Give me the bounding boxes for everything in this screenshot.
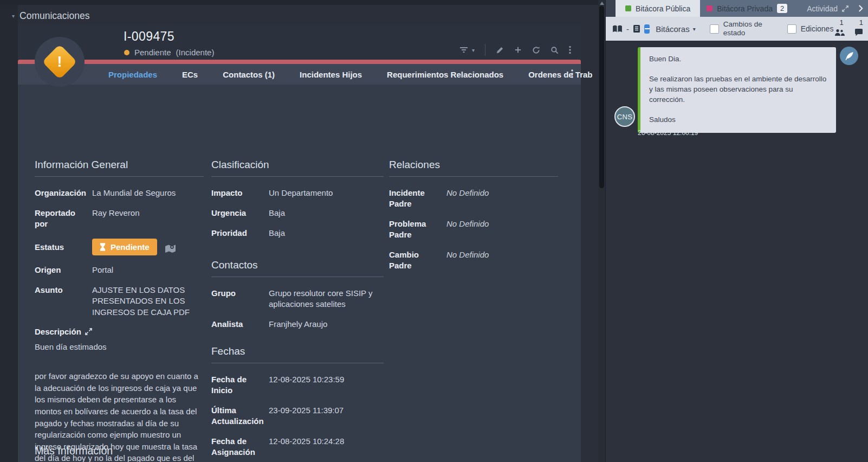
field-organizacion: Organización La Mundial de Seguros	[35, 188, 204, 198]
collapse-all-icon[interactable]	[644, 24, 650, 34]
field-descripcion-label: Descripción	[35, 327, 204, 336]
participants-counter: 1	[834, 20, 842, 37]
bitacoras-dropdown[interactable]: Bitácoras	[656, 24, 690, 34]
field-problema-padre: Problema Padre No Definido	[389, 219, 558, 240]
incident-status-line: Pendiente (Incidente)	[124, 48, 214, 57]
expand-diagonal-icon[interactable]	[842, 5, 848, 12]
ediciones-filter: Ediciones	[787, 24, 834, 34]
comments-counter: 1	[854, 20, 862, 37]
filter-icon[interactable]	[459, 46, 468, 54]
field-asunto: Asunto AJUSTE EN LOS DATOS PRESENTADOS E…	[35, 285, 204, 317]
incident-type: (Incidente)	[176, 48, 215, 57]
public-log-dot-icon	[625, 5, 631, 11]
field-fecha-inicio: Fecha de Inicio 12-08-2025 10:23:59	[211, 374, 384, 396]
refresh-icon[interactable]	[532, 46, 540, 54]
section-title: Relaciones	[389, 159, 558, 177]
field-prioridad: Prioridad Baja	[211, 228, 384, 239]
avatar: CNS	[614, 106, 635, 127]
tab-bar-lead	[606, 0, 616, 17]
bitacora-toolbar: - Bitácoras ▾ Cambios de estado Edicione…	[606, 17, 868, 41]
expand-icon[interactable]	[85, 328, 92, 335]
more-options-icon[interactable]	[569, 46, 571, 54]
section-title: Clasificación	[211, 159, 384, 177]
edit-icon[interactable]	[496, 46, 504, 54]
add-icon[interactable]	[514, 46, 522, 54]
incident-avatar: !	[35, 37, 85, 87]
panel-next-chevron-icon[interactable]	[858, 0, 868, 17]
tab-bitacora-privada[interactable]: Bitácora Privada 2	[700, 0, 794, 17]
section-relaciones: Relaciones Incidente Padre No Definido P…	[389, 159, 558, 281]
private-log-dot-icon	[707, 5, 712, 11]
incident-detail-panel: ! I-009475 Pendiente (Incidente) ▾	[18, 24, 581, 462]
log-entry-timestamp: 26-08-2025 12:00:19	[638, 129, 698, 137]
filter-caret-icon[interactable]: ▾	[472, 47, 475, 53]
tab-propiedades[interactable]: Propiedades	[108, 70, 157, 79]
organizacion-link[interactable]: La Mundial de Seguros	[92, 188, 176, 198]
tab-overflow-icon[interactable]	[571, 69, 573, 79]
field-origen: Origen Portal	[35, 265, 204, 275]
field-ultima-actualizacion: Última Actualización 23-09-2025 11:39:07	[211, 405, 384, 427]
breadcrumb-label: Comunicaciones	[20, 10, 89, 22]
section-title: Fechas	[211, 345, 384, 363]
tab-actividad[interactable]: Actividad	[797, 0, 858, 17]
section-informacion-general: Información General Organización La Mund…	[35, 159, 204, 462]
field-analista: Analista Franjhely Araujo	[211, 319, 384, 330]
field-reportado-por: Reportado por Ray Reveron	[35, 208, 204, 229]
header-actions: ▾	[459, 44, 571, 56]
search-icon[interactable]	[550, 46, 559, 54]
quill-icon	[845, 52, 854, 61]
section-mas-informacion-title: Más Información	[35, 445, 113, 457]
status-dot-icon	[124, 50, 129, 55]
field-urgencia: Urgencia Baja	[211, 208, 384, 219]
group-icon	[834, 29, 845, 36]
top-edge	[0, 0, 598, 5]
reportado-link[interactable]: Ray Reveron	[92, 208, 140, 229]
workflow-map-icon[interactable]	[165, 244, 176, 254]
status-button[interactable]: Pendiente	[92, 239, 157, 255]
book-open-icon[interactable]	[612, 25, 623, 33]
breadcrumb[interactable]: ▾ Comunicaciones	[12, 10, 89, 22]
log-entry-text: Se realizaron las pruebas en el ambiente…	[649, 74, 827, 105]
field-fecha-asignacion: Fecha de Asignación 12-08-2025 10:24:28	[211, 436, 384, 458]
divider	[485, 44, 485, 56]
incident-tab-bar: Propiedades ECs Contactos (1) Incidentes…	[18, 64, 581, 85]
field-estatus: Estatus Pendiente	[35, 239, 204, 255]
descripcion-paragraph: Buen día estimados	[35, 341, 204, 353]
toolbar-separator: -	[626, 24, 629, 34]
compose-note-button[interactable]	[840, 47, 858, 65]
field-impacto: Impacto Un Departamento	[211, 188, 384, 198]
journal-icon[interactable]	[633, 24, 640, 33]
bitacora-panel: Bitácora Pública Bitácora Privada 2 Acti…	[605, 0, 868, 462]
field-incidente-padre: Incidente Padre No Definido	[389, 188, 558, 209]
tab-contactos[interactable]: Contactos (1)	[223, 70, 275, 79]
log-entry-text: Buen Dia.	[649, 54, 827, 65]
comment-icon	[854, 29, 863, 36]
incident-id: I-009475	[124, 29, 174, 44]
main-scrollbar-thumb[interactable]	[599, 6, 604, 188]
tab-requerimientos[interactable]: Requerimientos Relacionados	[387, 70, 503, 79]
priority-color-bar	[18, 60, 581, 64]
tab-ordenes-de-trabajo[interactable]: Ordenes de Traba	[528, 70, 592, 79]
ediciones-checkbox[interactable]	[787, 24, 796, 34]
tab-ecs[interactable]: ECs	[182, 70, 198, 79]
log-entry-text: Saludos	[649, 115, 827, 125]
log-entry-card[interactable]: Buen Dia. Se realizaron las pruebas en e…	[638, 47, 836, 133]
hourglass-icon	[100, 243, 106, 251]
collapse-caret-icon[interactable]: ▾	[12, 14, 15, 19]
tab-bitacora-publica[interactable]: Bitácora Pública	[616, 0, 700, 17]
section-clasificacion: Clasificación Impacto Un Departamento Ur…	[211, 159, 384, 462]
grupo-link[interactable]: Grupo resolutor core SISIP y aplicacione…	[269, 288, 384, 310]
cambios-estado-checkbox[interactable]	[710, 24, 719, 34]
scroll-up-arrow-icon[interactable]	[600, 2, 604, 5]
field-grupo: Grupo Grupo resolutor core SISIP y aplic…	[211, 288, 384, 310]
properties-body: Información General Organización La Mund…	[18, 85, 581, 462]
app-window: ▾ Comunicaciones ! I-009475 Pendiente (I…	[0, 0, 868, 462]
left-edge	[0, 0, 18, 462]
bitacoras-caret-icon[interactable]: ▾	[693, 26, 696, 32]
section-title: Información General	[35, 159, 204, 177]
analista-link[interactable]: Franjhely Araujo	[269, 319, 327, 330]
bitacora-tab-bar: Bitácora Pública Bitácora Privada 2 Acti…	[606, 0, 868, 17]
warning-icon: !	[42, 44, 77, 79]
incident-status: Pendiente	[134, 48, 171, 57]
tab-incidentes-hijos[interactable]: Incidentes Hijos	[300, 70, 362, 79]
